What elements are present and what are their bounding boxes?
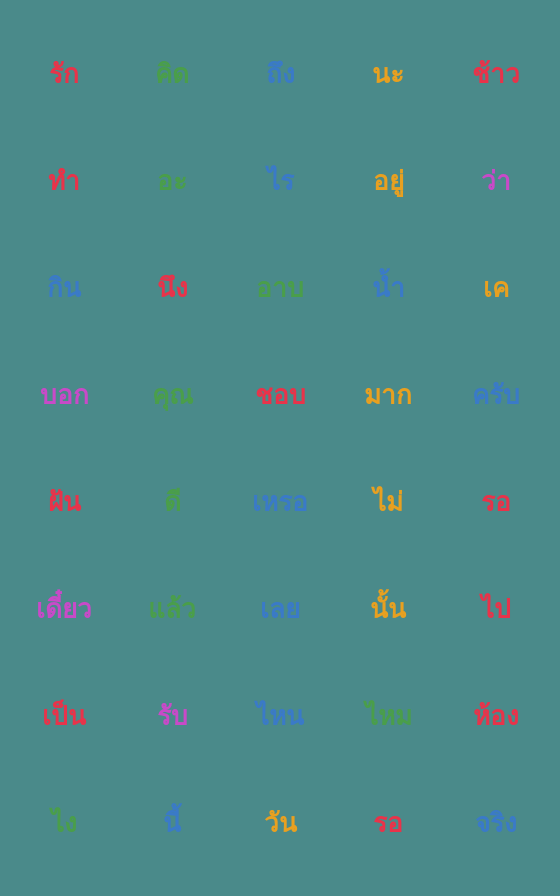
word-item: ไง xyxy=(10,769,118,876)
word-item: ชอบ xyxy=(226,341,334,448)
word-item: นี้ xyxy=(118,769,226,876)
word-item: เป็น xyxy=(10,662,118,769)
word-item: รอ xyxy=(334,769,442,876)
word-item: วัน xyxy=(226,769,334,876)
word-item: แล้ว xyxy=(118,555,226,662)
word-item: ไม่ xyxy=(334,448,442,555)
word-item: เหรอ xyxy=(226,448,334,555)
word-item: ไร xyxy=(226,127,334,234)
word-item: กิน xyxy=(10,234,118,341)
word-item: ช้าว xyxy=(442,20,550,127)
word-grid: รักคิดถึงนะช้าวทำอะไรอยู่ว่ากินนึงอาบน้ำ… xyxy=(0,0,560,896)
word-item: อะ xyxy=(118,127,226,234)
word-item: ดี xyxy=(118,448,226,555)
word-item: รัก xyxy=(10,20,118,127)
word-item: ไป xyxy=(442,555,550,662)
word-item: ถึง xyxy=(226,20,334,127)
word-item: มาก xyxy=(334,341,442,448)
word-item: จริง xyxy=(442,769,550,876)
word-item: เดี๋ยว xyxy=(10,555,118,662)
word-item: บอก xyxy=(10,341,118,448)
word-item: นึง xyxy=(118,234,226,341)
word-item: ไหม xyxy=(334,662,442,769)
word-item: คุณ xyxy=(118,341,226,448)
word-item: นะ xyxy=(334,20,442,127)
word-item: เค xyxy=(442,234,550,341)
word-item: อยู่ xyxy=(334,127,442,234)
word-item: ฝัน xyxy=(10,448,118,555)
word-item: ทำ xyxy=(10,127,118,234)
word-item: คิด xyxy=(118,20,226,127)
word-item: รอ xyxy=(442,448,550,555)
word-item: อาบ xyxy=(226,234,334,341)
word-item: ว่า xyxy=(442,127,550,234)
word-item: ไหน xyxy=(226,662,334,769)
word-item: นั้น xyxy=(334,555,442,662)
word-item: รับ xyxy=(118,662,226,769)
word-item: ครับ xyxy=(442,341,550,448)
word-item: เลย xyxy=(226,555,334,662)
word-item: น้ำ xyxy=(334,234,442,341)
word-item: ห้อง xyxy=(442,662,550,769)
